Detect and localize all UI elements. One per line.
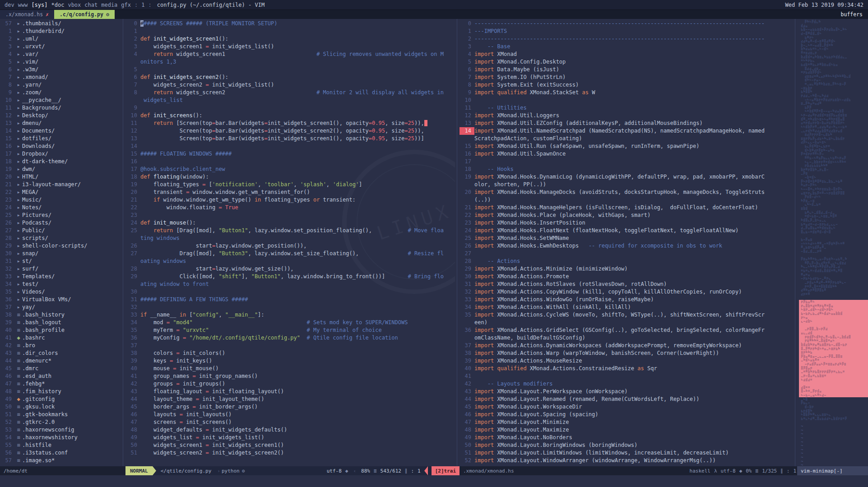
code-line[interactable]: 14import XMonad.Util.NamedScratchpad (Na… (460, 127, 793, 135)
code-line[interactable]: 30 (125, 288, 455, 296)
file-tree-pane[interactable]: 57▸.thumbnails/1▸.thunderbird/2▸.uml/3▸.… (0, 19, 121, 466)
workspace-tag[interactable]: chat (84, 2, 97, 8)
workspace-tag[interactable]: dev (5, 2, 14, 8)
tree-entry[interactable]: 41◆.bashrc (0, 334, 121, 342)
workspace-tag[interactable]: media (101, 2, 117, 8)
code-line[interactable]: 14 (125, 142, 455, 150)
code-line[interactable]: 25 return [Drag([mod], "Button1", lazy.w… (125, 227, 455, 234)
tree-entry[interactable]: 5▸.vim/ (0, 58, 121, 66)
code-line[interactable]: 52import XMonad.Layout.WindowArranger (w… (460, 457, 793, 464)
tree-entry[interactable]: 21▸i3-layout-manager/ (0, 181, 121, 188)
code-line[interactable]: 49import XMonad.Layout.NoBorders (460, 434, 793, 441)
code-line[interactable]: 4 return widgets_screen1 # Slicing remov… (125, 51, 455, 58)
tree-entry[interactable]: 45≡.dmrc (0, 365, 121, 372)
tree-entry[interactable]: 17▸Dropbox/ (0, 150, 121, 158)
code-line[interactable]: 10 (460, 96, 793, 104)
tree-entry[interactable]: 57≡.image.so* (0, 457, 121, 464)
code-line[interactable]: 17 (460, 158, 793, 165)
code-line[interactable]: ating window to front (125, 280, 455, 288)
tree-entry[interactable]: 56≡.i3status.conf (0, 449, 121, 457)
code-line[interactable]: 33if __name__ in ["config", "__main__"]: (125, 311, 455, 319)
tab-xmonad-hs[interactable]: .x/xmonad.hs✗ (0, 10, 54, 19)
code-line[interactable]: 1 (125, 28, 455, 35)
code-line[interactable]: widgets_list (125, 96, 455, 104)
vertical-split-separator[interactable] (455, 19, 460, 466)
code-line[interactable]: 35 myTerm = "urxvtc" # My terminal of ch… (125, 326, 455, 334)
code-line[interactable]: 48import XMonad.Layout.Maximize (460, 426, 793, 434)
code-line[interactable]: onitors 1,3 (125, 58, 455, 66)
code-line[interactable]: 31import XMonad.Actions.RotSlaves (rotSl… (460, 280, 793, 288)
code-line[interactable]: 28 -- Actions (460, 257, 793, 265)
code-line[interactable]: 9import qualified XMonad.StackSet as W (460, 89, 793, 96)
tree-entry[interactable]: 47≡.fehbg* (0, 380, 121, 388)
tree-entry[interactable]: 42≡.bro (0, 342, 121, 349)
code-line[interactable]: 2---------------------------------------… (460, 35, 793, 43)
tree-entry[interactable]: 12▸Desktop/ (0, 112, 121, 119)
tree-entry[interactable]: 30▸snap/ (0, 250, 121, 257)
tree-entry[interactable]: 46≡.esd_auth (0, 372, 121, 380)
code-line[interactable]: 32 (125, 303, 455, 311)
code-line[interactable]: 29import XMonad.Actions.Minimize (minimi… (460, 265, 793, 273)
tree-entry[interactable]: 57▸.thumbnails/ (0, 20, 121, 28)
code-line[interactable]: 8 return widgets_screen2 # Monitor 2 wil… (125, 89, 455, 96)
code-line[interactable]: 48 widget_defaults = init_widgets_defaul… (125, 426, 455, 434)
minimap-pane[interactable]: ⡿⠷⠦⡿⣾⣄⠷⣾⣴⣤⣦⣷⠤⠤⣤⣦⣦⣶⣾⠦⡿⡶⣴⣷⣤⣿⠦⣀⠷⠦⣴⠤⣿⠿⣾⣾⣀⣾⠦ … (797, 19, 868, 466)
code-line[interactable]: 16 (125, 158, 455, 165)
tree-entry[interactable]: 3▸.urxvt/ (0, 43, 121, 51)
code-line[interactable]: ting windows (125, 234, 455, 242)
tree-entry[interactable]: 48≡.fim_history (0, 388, 121, 395)
tree-entry[interactable]: 27▸Public/ (0, 227, 121, 234)
code-line[interactable]: 11 -- Utilities (460, 104, 793, 112)
tree-entry[interactable]: 15▸dotfiles/ (0, 135, 121, 142)
tree-entry[interactable]: 22▸MEGA/ (0, 188, 121, 196)
code-line[interactable]: 19import XMonad.Hooks.DynamicLog (dynami… (460, 173, 793, 181)
code-line[interactable]: 39import XMonad.Actions.MouseResize (460, 357, 793, 365)
tree-entry[interactable]: 28▸scripts/ (0, 234, 121, 242)
code-line[interactable]: 45 border_args = init_border_args() (125, 403, 455, 411)
code-line[interactable]: 15import XMonad.Util.Run (safeSpawn, uns… (460, 142, 793, 150)
code-line[interactable]: 38 colors = init_colors() (125, 349, 455, 357)
code-line[interactable]: 22 window.floating = True (125, 204, 455, 211)
tree-entry[interactable]: 39≡.bash_logout (0, 319, 121, 326)
code-line[interactable]: 17@hook.subscribe.client_new (125, 165, 455, 173)
code-line[interactable]: 43import XMonad.Layout.PerWorkspace (onW… (460, 388, 793, 395)
tree-entry[interactable]: 2▸.uml/ (0, 35, 121, 43)
code-line[interactable]: 23import XMonad.Hooks.InsertPosition (460, 219, 793, 227)
tree-entry[interactable]: 4▸.var/ (0, 51, 121, 58)
code-line[interactable]: 7 widgets_screen2 = init_widgets_list() (125, 81, 455, 89)
editor-xmonad-hs[interactable]: 0---------------------------------------… (460, 19, 793, 466)
tree-entry[interactable]: 44≡.dmenurc* (0, 357, 121, 365)
code-line[interactable]: 24def init_mouse(): (125, 219, 455, 227)
code-line[interactable]: 10def init_screens(): (125, 112, 455, 119)
code-line[interactable]: 8import System.Exit (exitSuccess) (460, 81, 793, 89)
code-line[interactable]: oating windows (125, 257, 455, 265)
code-line[interactable]: 29 Click([mod, "shift"], "Button1", lazy… (125, 273, 455, 280)
code-line[interactable]: 42 -- Layouts modifiers (460, 380, 793, 388)
command-line[interactable] (0, 475, 868, 487)
code-line[interactable]: (..)) (460, 196, 793, 204)
code-line[interactable]: 13 Screen(top=bar.Bar(widgets=init_widge… (125, 135, 455, 142)
tree-entry[interactable]: 36▸VirtualBox VMs/ (0, 296, 121, 303)
code-line[interactable]: 49 widgets_list = init_widgets_list() (125, 434, 455, 441)
editor-config-py[interactable]: LINUX 0##### SCREENS ##### (TRIPLE MONIT… (125, 19, 455, 466)
code-line[interactable]: 37import XMonad.Actions.DynamicWorkspace… (460, 342, 793, 349)
code-line[interactable]: 37 (125, 342, 455, 349)
code-line[interactable]: 34 mod = "mod4" # Sets mod key to SUPER/… (125, 319, 455, 326)
code-line[interactable]: 2def init_widgets_screen1(): (125, 35, 455, 43)
code-line[interactable]: 26import XMonad.Hooks.EwmhDesktops -- re… (460, 242, 793, 250)
code-line[interactable]: 51 widgets_screen2 = init_widgets_screen… (125, 449, 455, 457)
tree-entry[interactable]: 49◆.gitconfig (0, 395, 121, 403)
tree-entry[interactable]: 40≡.bash_profile (0, 326, 121, 334)
code-line[interactable]: 12 Screen(top=bar.Bar(widgets=init_widge… (125, 127, 455, 135)
tree-entry[interactable]: 7▸.xmonad/ (0, 74, 121, 81)
code-line[interactable]: 7import System.IO (hPutStrLn) (460, 74, 793, 81)
code-line[interactable]: 47import XMonad.Layout.Minimize (460, 418, 793, 426)
code-line[interactable]: 38import XMonad.Actions.Warp (warpToWind… (460, 349, 793, 357)
tree-entry[interactable]: 11▸Backgrounds/ (0, 104, 121, 112)
code-line[interactable]: 6def init_widgets_screen2(): (125, 74, 455, 81)
code-line[interactable]: 1---IMPORTS (460, 28, 793, 35)
tree-entry[interactable]: 55≡.histfile (0, 441, 121, 449)
tree-entry[interactable]: 37▸yay/ (0, 303, 121, 311)
tree-entry[interactable]: 38≡.bash_history (0, 311, 121, 319)
code-line[interactable]: 41 (460, 372, 793, 380)
